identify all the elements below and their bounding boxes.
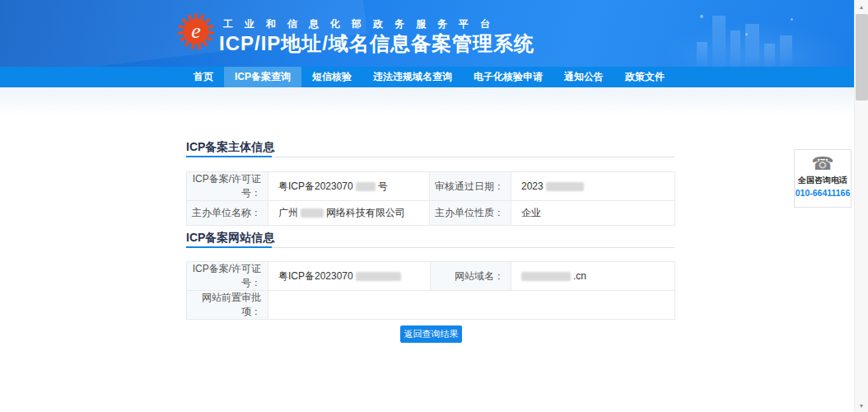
field-label: 主办单位性质： — [430, 201, 511, 226]
field-label: 主办单位名称： — [187, 201, 268, 226]
dot-decoration — [700, 15, 703, 18]
field-value: 粤ICP备2023070号 — [268, 172, 430, 201]
subject-title-underline — [186, 156, 272, 157]
vertical-scrollbar[interactable]: ▲ ▼ — [854, 0, 868, 412]
site-title-underline — [186, 246, 272, 248]
scrollbar-thumb[interactable] — [856, 14, 868, 101]
header-banner: e 工业和信息化部政务服务平台 ICP/IP地址/域名信息备案管理系统 — [0, 0, 854, 67]
search-strip: 广州 科技有限公司 搜索 — [0, 87, 854, 134]
field-label: 网站域名： — [431, 262, 511, 291]
site-license-prefix: 粤ICP备2023070 — [278, 270, 353, 282]
field-label: ICP备案/许可证号： — [187, 172, 268, 201]
dot-decoration — [745, 33, 748, 35]
cityscape-decoration — [697, 16, 792, 67]
nav-tab-notices[interactable]: 通知公告 — [553, 67, 614, 87]
nav-tab-e-verification-apply[interactable]: 电子化核验申请 — [463, 67, 553, 87]
scroll-down-arrow-icon[interactable]: ▼ — [855, 399, 868, 412]
subject-info-table: ICP备案/许可证号： 粤ICP备2023070号 审核通过日期： 2023 主… — [186, 171, 675, 226]
nav-tab-illegal-domain-query[interactable]: 违法违规域名查询 — [362, 67, 463, 87]
system-title: ICP/IP地址/域名信息备案管理系统 — [219, 30, 534, 57]
field-value: 粤ICP备2023070 — [268, 262, 431, 291]
dot-decoration — [791, 18, 793, 21]
field-label: ICP备案/许可证号： — [187, 262, 268, 291]
redacted-text — [546, 182, 584, 191]
field-value: 2023 — [511, 172, 675, 201]
redacted-text — [301, 208, 324, 218]
nav-tab-home[interactable]: 首页 — [183, 67, 224, 87]
site-section-title: ICP备案网站信息 — [186, 231, 274, 246]
redacted-text — [356, 182, 376, 191]
gear-e-logo-icon: e — [175, 11, 217, 52]
table-row: ICP备案/许可证号： 粤ICP备2023070 网站域名： .cn — [187, 262, 675, 291]
main-navbar: 首页 ICP备案查询 短信核验 违法违规域名查询 电子化核验申请 通知公告 政策… — [0, 67, 854, 87]
table-row: 主办单位名称： 广州网络科技有限公司 主办单位性质： 企业 — [187, 201, 675, 226]
domain-suffix: .cn — [573, 270, 586, 282]
hotline-number: 010-66411166 — [795, 188, 851, 198]
scroll-up-arrow-icon[interactable]: ▲ — [855, 0, 868, 13]
field-value — [268, 291, 675, 320]
redacted-text — [356, 272, 401, 281]
hotline-title: 全国咨询电话 — [795, 175, 851, 186]
phone-icon: ☎ — [795, 155, 851, 173]
hotline-box: ☎ 全国咨询电话 010-66411166 — [794, 149, 852, 208]
nav-tab-sms-verify[interactable]: 短信核验 — [301, 67, 362, 87]
ministry-platform-line: 工业和信息化部政务服务平台 — [223, 17, 502, 31]
site-info-table: ICP备案/许可证号： 粤ICP备2023070 网站域名： .cn 网站前置审… — [186, 261, 675, 320]
subject-section-title: ICP备案主体信息 — [186, 140, 274, 155]
table-row: ICP备案/许可证号： 粤ICP备2023070号 审核通过日期： 2023 — [187, 172, 675, 201]
field-label: 审核通过日期： — [430, 172, 511, 201]
svg-text:e: e — [191, 19, 201, 43]
table-row: 网站前置审批项： — [187, 291, 675, 320]
nav-tab-icp-query[interactable]: ICP备案查询 — [224, 67, 301, 87]
back-to-results-button[interactable]: 返回查询结果 — [400, 325, 462, 343]
org-name-prefix: 广州 — [278, 207, 298, 218]
org-name-suffix: 网络科技有限公司 — [326, 207, 405, 218]
license-value-suffix: 号 — [378, 180, 388, 192]
field-label: 网站前置审批项： — [187, 291, 268, 320]
nav-tab-policy-files[interactable]: 政策文件 — [614, 67, 675, 87]
field-value: .cn — [511, 262, 675, 291]
field-value: 广州网络科技有限公司 — [268, 201, 430, 226]
redacted-text — [521, 272, 571, 281]
approval-date-prefix: 2023 — [521, 180, 544, 192]
license-value-prefix: 粤ICP备2023070 — [278, 180, 353, 192]
field-value: 企业 — [511, 201, 675, 226]
page: e 工业和信息化部政务服务平台 ICP/IP地址/域名信息备案管理系统 首页 I… — [0, 0, 868, 412]
